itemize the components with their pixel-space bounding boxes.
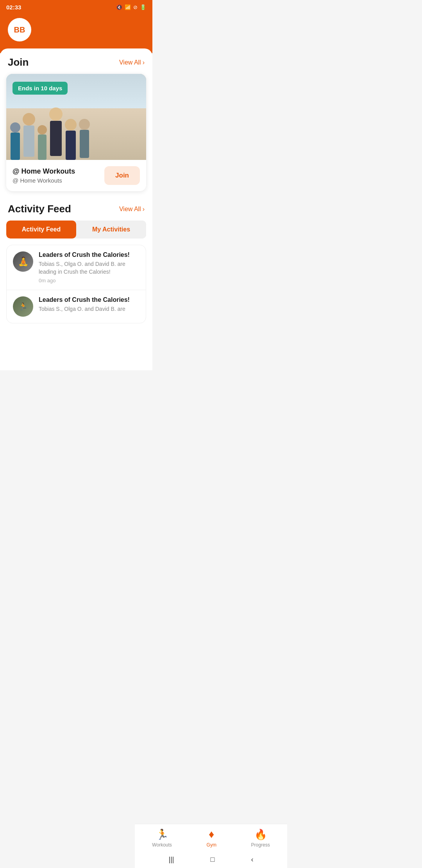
join-card-subtitle: @ Home Workouts bbox=[13, 177, 104, 184]
join-title: Join bbox=[8, 56, 29, 68]
person-4 bbox=[49, 108, 63, 156]
battery-icon: 🔋 bbox=[140, 4, 146, 10]
join-view-all[interactable]: View All › bbox=[119, 59, 145, 66]
join-card-image: Ends in 10 days bbox=[6, 74, 146, 160]
join-card: Ends in 10 days @ Home Workouts @ Home W… bbox=[6, 74, 146, 191]
activity-title-1: Leaders of Crush the Calories! bbox=[39, 251, 139, 258]
chevron-right-icon-2: › bbox=[143, 206, 145, 213]
person-6 bbox=[79, 119, 90, 158]
person-2 bbox=[23, 113, 35, 157]
activity-tabs: Activity Feed My Activities bbox=[6, 221, 146, 239]
status-time: 02:33 bbox=[6, 4, 21, 11]
activity-desc-1: Tobias S., Olga O. and David B. are lead… bbox=[39, 260, 139, 276]
status-icons: 🔇 📶 ⊘ 🔋 bbox=[116, 4, 146, 10]
join-card-title: @ Home Workouts bbox=[13, 167, 104, 176]
bottom-spacer bbox=[0, 323, 152, 362]
wifi-icon: 📶 bbox=[125, 4, 131, 10]
main-content: Join View All › bbox=[0, 48, 152, 370]
chevron-right-icon: › bbox=[143, 59, 145, 66]
join-card-body: @ Home Workouts @ Home Workouts Join bbox=[6, 160, 146, 191]
activity-feed-title: Activity Feed bbox=[8, 203, 71, 215]
join-card-info: @ Home Workouts @ Home Workouts bbox=[13, 167, 104, 184]
activity-title-2: Leaders of Crush the Calories! bbox=[39, 296, 139, 303]
tab-my-activities[interactable]: My Activities bbox=[76, 221, 146, 239]
activity-content-2: Leaders of Crush the Calories! Tobias S.… bbox=[39, 296, 139, 315]
activity-item-2: 🏃 Leaders of Crush the Calories! Tobias … bbox=[7, 290, 146, 323]
people-illustration bbox=[6, 90, 146, 160]
run-icon: 🏃 bbox=[19, 302, 27, 311]
activity-avatar-1: 🧘 bbox=[13, 251, 33, 272]
join-section-header: Join View All › bbox=[0, 56, 152, 68]
avatar[interactable]: BB bbox=[8, 18, 31, 41]
activity-desc-2: Tobias S., Olga O. and David B. are bbox=[39, 305, 139, 313]
activity-item: 🧘 Leaders of Crush the Calories! Tobias … bbox=[7, 245, 146, 290]
person-3 bbox=[38, 125, 47, 160]
join-button[interactable]: Join bbox=[104, 166, 140, 185]
tab-activity-feed[interactable]: Activity Feed bbox=[6, 221, 76, 239]
activity-time-1: 0m ago bbox=[39, 278, 139, 283]
yoga-icon: 🧘 bbox=[18, 256, 29, 267]
ends-badge: Ends in 10 days bbox=[13, 82, 68, 95]
activity-list: 🧘 Leaders of Crush the Calories! Tobias … bbox=[6, 245, 146, 323]
activity-section: Activity Feed View All › Activity Feed M… bbox=[0, 203, 152, 323]
activity-avatar-2: 🏃 bbox=[13, 296, 33, 317]
header: BB bbox=[0, 14, 152, 53]
do-not-disturb-icon: ⊘ bbox=[133, 4, 138, 10]
status-bar: 02:33 🔇 📶 ⊘ 🔋 bbox=[0, 0, 152, 14]
person-1 bbox=[10, 122, 20, 160]
activity-section-header: Activity Feed View All › bbox=[0, 203, 152, 215]
person-5 bbox=[65, 119, 77, 160]
activity-content-1: Leaders of Crush the Calories! Tobias S.… bbox=[39, 251, 139, 283]
activity-view-all[interactable]: View All › bbox=[119, 206, 145, 213]
mute-icon: 🔇 bbox=[116, 4, 122, 10]
